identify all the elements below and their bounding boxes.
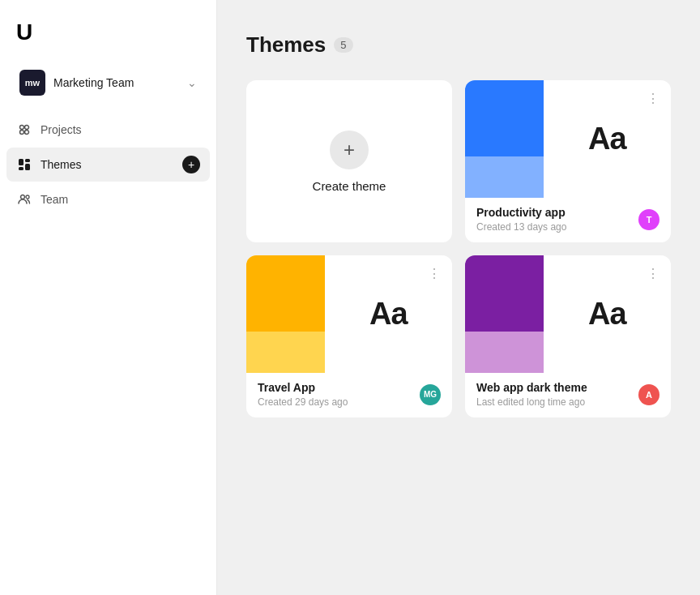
svg-point-1 [25,126,29,130]
avatar-productivity: T [638,209,659,230]
card-footer-travel: Travel App Created 29 days ago MG [246,373,452,417]
theme-title-productivity: Productivity app [476,206,566,219]
theme-card-web-dark[interactable]: ⋮ Aa Web app dark theme Last edited long… [465,255,671,417]
theme-meta-web-dark: Last edited long time ago [476,396,587,408]
svg-rect-7 [25,164,30,170]
card-footer-web-dark: Web app dark theme Last edited long time… [465,373,671,417]
projects-label: Projects [41,123,200,136]
avatar-web-dark: A [638,384,659,405]
color-bottom-web-dark [465,332,544,373]
themes-icon [16,156,32,173]
svg-rect-6 [19,167,23,170]
theme-preview-web-dark: Aa [465,255,671,373]
team-icon [16,191,32,208]
app-logo[interactable]: U [16,19,32,45]
color-bottom-travel [246,332,325,373]
theme-title-travel: Travel App [258,381,348,394]
add-theme-button[interactable]: + [182,156,200,173]
workspace-selector[interactable]: mw Marketing Team ⌄ [6,62,210,104]
main-content: Themes 5 + Create theme ⋮ Aa Productivit… [217,0,700,595]
text-preview-productivity: Aa [544,80,671,198]
workspace-name: Marketing Team [53,76,179,89]
text-preview-travel: Aa [325,255,452,373]
sidebar-item-projects[interactable]: Projects [6,113,210,146]
color-block-web-dark [465,255,544,373]
svg-rect-4 [19,159,23,165]
theme-card-travel-app[interactable]: ⋮ Aa Travel App Created 29 days ago MG [246,255,452,417]
avatar-travel: MG [420,384,441,405]
themes-grid: + Create theme ⋮ Aa Productivity app Cre… [246,80,671,417]
projects-icon [16,122,32,138]
color-top-productivity [465,80,544,156]
logo-area: U [0,0,216,62]
svg-point-2 [20,131,24,135]
svg-point-3 [25,131,29,135]
page-title: Themes [246,32,326,58]
create-theme-card[interactable]: + Create theme [246,80,452,242]
themes-count-badge: 5 [334,37,352,53]
themes-label: Themes [41,158,174,171]
theme-meta-travel: Created 29 days ago [258,396,348,408]
sidebar: U mw Marketing Team ⌄ Projects [0,0,217,595]
sidebar-nav: Projects Themes + [0,104,216,225]
sidebar-item-themes[interactable]: Themes + [6,148,210,182]
theme-card-productivity-app[interactable]: ⋮ Aa Productivity app Created 13 days ag… [465,80,671,242]
theme-meta-productivity: Created 13 days ago [476,221,566,233]
create-theme-label: Create theme [313,179,386,193]
sidebar-item-team[interactable]: Team [6,183,210,216]
text-preview-web-dark: Aa [544,255,671,373]
color-block-travel [246,255,325,373]
svg-point-8 [21,195,25,199]
team-label: Team [41,193,200,206]
svg-point-9 [26,195,29,199]
color-top-web-dark [465,255,544,332]
color-bottom-productivity [465,156,544,198]
svg-rect-5 [25,159,30,162]
create-theme-plus-icon: + [330,131,369,169]
workspace-avatar: mw [19,70,45,96]
theme-title-web-dark: Web app dark theme [476,381,587,394]
theme-preview-travel: Aa [246,255,452,373]
card-footer-productivity: Productivity app Created 13 days ago T [465,198,671,242]
color-block-productivity [465,80,544,198]
page-header: Themes 5 [246,32,671,58]
chevron-down-icon: ⌄ [187,76,197,89]
theme-preview-productivity: Aa [465,80,671,198]
color-top-travel [246,255,325,332]
svg-point-0 [20,126,24,130]
